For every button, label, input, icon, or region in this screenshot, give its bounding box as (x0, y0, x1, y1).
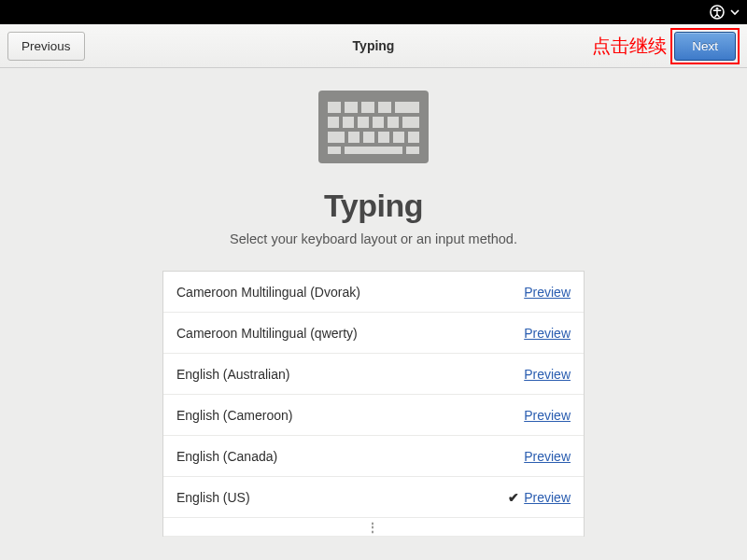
svg-rect-4 (345, 102, 358, 113)
previous-button[interactable]: Previous (7, 32, 85, 61)
preview-link[interactable]: Preview (524, 285, 571, 300)
keyboard-icon (318, 91, 429, 167)
preview-link[interactable]: Preview (524, 367, 571, 382)
svg-rect-8 (328, 117, 339, 128)
more-row[interactable]: ⋮ (163, 518, 584, 537)
svg-rect-5 (361, 102, 374, 113)
main-subtitle: Select your keyboard layout or an input … (230, 231, 517, 246)
system-topbar (0, 0, 747, 24)
accessibility-icon[interactable] (710, 5, 725, 20)
header-bar: Previous Typing 点击继续 Next (0, 24, 747, 68)
selected-check-icon: ✔ (503, 490, 524, 505)
svg-rect-21 (345, 147, 402, 154)
layout-label: English (Canada) (176, 449, 503, 464)
preview-link[interactable]: Preview (524, 408, 571, 423)
layout-row[interactable]: English (US)✔Preview (163, 477, 584, 518)
annotation-highlight: Next (670, 28, 740, 64)
svg-rect-17 (378, 132, 389, 143)
svg-rect-9 (343, 117, 354, 128)
svg-rect-13 (402, 117, 419, 128)
svg-point-1 (716, 7, 719, 10)
layout-row[interactable]: English (Cameroon)Preview (163, 395, 584, 436)
svg-rect-15 (348, 132, 359, 143)
layout-row[interactable]: English (Australian)Preview (163, 354, 584, 395)
more-icon: ⋮ (366, 524, 381, 531)
svg-rect-11 (373, 117, 384, 128)
layout-label: English (US) (176, 490, 503, 505)
layout-label: English (Australian) (176, 367, 503, 382)
layout-label: English (Cameroon) (176, 408, 503, 423)
dropdown-icon[interactable] (730, 7, 740, 17)
svg-rect-6 (378, 102, 391, 113)
svg-rect-19 (408, 132, 419, 143)
layout-label: Cameroon Multilingual (Dvorak) (176, 285, 503, 300)
preview-link[interactable]: Preview (524, 490, 571, 505)
svg-rect-18 (393, 132, 404, 143)
svg-rect-16 (363, 132, 374, 143)
svg-rect-14 (328, 132, 345, 143)
svg-rect-3 (328, 102, 341, 113)
svg-rect-7 (395, 102, 419, 113)
svg-rect-22 (406, 147, 419, 154)
main-heading: Typing (324, 188, 423, 224)
layout-row[interactable]: Cameroon Multilingual (Dvorak)Preview (163, 272, 584, 313)
keyboard-layout-list: Cameroon Multilingual (Dvorak)PreviewCam… (162, 271, 585, 537)
annotation-label: 点击继续 (592, 34, 667, 59)
svg-rect-10 (358, 117, 369, 128)
preview-link[interactable]: Preview (524, 326, 571, 341)
preview-link[interactable]: Preview (524, 449, 571, 464)
layout-label: Cameroon Multilingual (qwerty) (176, 326, 503, 341)
layout-row[interactable]: Cameroon Multilingual (qwerty)Preview (163, 313, 584, 354)
next-button[interactable]: Next (674, 32, 736, 61)
svg-rect-12 (388, 117, 399, 128)
main-content: Typing Select your keyboard layout or an… (0, 68, 747, 560)
svg-rect-20 (328, 147, 341, 154)
layout-row[interactable]: English (Canada)Preview (163, 436, 584, 477)
